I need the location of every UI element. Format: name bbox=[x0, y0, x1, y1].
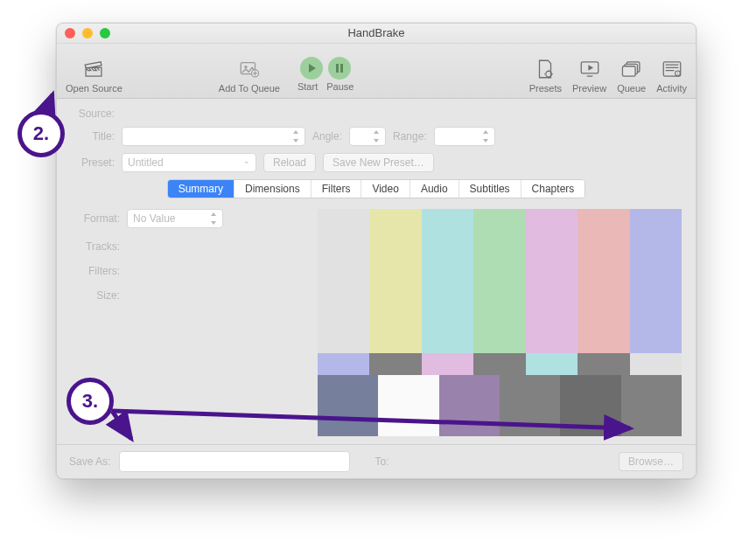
preview-button[interactable]: Preview bbox=[572, 57, 606, 94]
start-pause-group: Start Pause bbox=[298, 57, 354, 94]
queue-button[interactable]: Queue bbox=[617, 57, 646, 94]
open-source-label: Open Source bbox=[66, 83, 122, 94]
format-label: Format: bbox=[71, 212, 120, 225]
pause-button[interactable] bbox=[328, 57, 351, 80]
angle-select[interactable] bbox=[349, 127, 386, 146]
preset-value: Untitled bbox=[128, 156, 164, 169]
clapperboard-icon bbox=[81, 57, 106, 81]
angle-label: Angle: bbox=[312, 130, 342, 142]
tracks-label: Tracks: bbox=[71, 240, 120, 253]
annotation-arrow-3 bbox=[96, 395, 656, 465]
preview-label: Preview bbox=[572, 83, 606, 94]
activity-label: Activity bbox=[656, 83, 687, 94]
source-label: Source: bbox=[71, 108, 115, 120]
toolbar: Open Source Add To Queue Start bbox=[57, 44, 696, 99]
reload-button[interactable]: Reload bbox=[263, 153, 316, 172]
format-select[interactable]: No Value bbox=[127, 209, 223, 228]
tab-audio[interactable]: Audio bbox=[410, 180, 459, 198]
tab-video[interactable]: Video bbox=[361, 180, 410, 198]
pause-label: Pause bbox=[326, 81, 354, 92]
format-value: No Value bbox=[133, 212, 175, 225]
presets-button[interactable]: Presets bbox=[529, 57, 562, 94]
open-source-button[interactable]: Open Source bbox=[66, 57, 122, 94]
window-title: HandBrake bbox=[57, 26, 696, 39]
terminal-icon: i bbox=[660, 57, 684, 81]
tab-dimensions[interactable]: Dimensions bbox=[234, 180, 312, 198]
tab-chapters[interactable]: Chapters bbox=[522, 180, 585, 198]
title-label: Title: bbox=[71, 130, 115, 142]
content-area: Source: Title: Angle: Range: Preset: Unt… bbox=[57, 99, 696, 436]
activity-button[interactable]: i Activity bbox=[656, 57, 687, 94]
range-label: Range: bbox=[393, 130, 427, 142]
add-to-queue-label: Add To Queue bbox=[219, 83, 280, 94]
tab-filters[interactable]: Filters bbox=[312, 180, 362, 198]
tab-bar: Summary Dimensions Filters Video Audio S… bbox=[167, 179, 586, 198]
annotation-callout-2: 2. bbox=[18, 110, 65, 157]
monitor-play-icon bbox=[578, 57, 602, 81]
title-select[interactable] bbox=[122, 127, 305, 146]
add-image-icon bbox=[237, 57, 262, 81]
start-button[interactable] bbox=[300, 57, 323, 80]
titlebar: HandBrake bbox=[57, 24, 696, 44]
document-gear-icon bbox=[533, 57, 557, 81]
queue-label: Queue bbox=[617, 83, 646, 94]
size-label: Size: bbox=[71, 289, 120, 302]
add-to-queue-button[interactable]: Add To Queue bbox=[219, 57, 280, 94]
preset-label: Preset: bbox=[71, 156, 115, 169]
svg-rect-7 bbox=[622, 66, 635, 76]
save-new-preset-button[interactable]: Save New Preset… bbox=[323, 153, 434, 172]
start-label: Start bbox=[298, 81, 318, 92]
stack-icon bbox=[620, 57, 644, 81]
tab-subtitles[interactable]: Subtitles bbox=[459, 180, 522, 198]
filters-label: Filters: bbox=[71, 265, 120, 277]
svg-point-1 bbox=[244, 66, 247, 68]
tab-summary[interactable]: Summary bbox=[168, 180, 234, 198]
preset-select[interactable]: Untitled ⌄ bbox=[122, 153, 256, 172]
annotation-callout-3: 3. bbox=[66, 378, 114, 425]
range-select[interactable] bbox=[434, 127, 495, 146]
presets-label: Presets bbox=[529, 83, 562, 94]
